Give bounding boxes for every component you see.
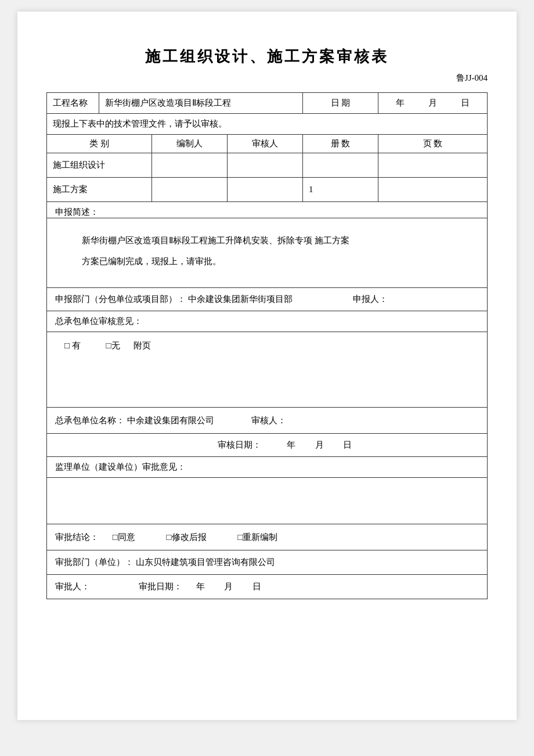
report-dept-row: 申报部门（分包单位或项目部）： 中余建设集团新华街项目部 申报人：	[47, 288, 488, 311]
date-fields: 年 月 日	[378, 93, 488, 114]
general-reviewer-label: 审核人：	[251, 416, 286, 425]
column-header-row: 类 别 编制人 审核人 册 数 页 数	[47, 135, 488, 153]
row1-label: 施工组织设计	[47, 153, 152, 178]
approval-conclusion-cell: 审批结论： □同意 □修改后报 □重新编制	[47, 524, 488, 550]
description-content: 新华街棚户区改造项目Ⅱ标段工程施工升降机安装、拆除专项 施工方案 方案已编制完成…	[47, 218, 488, 288]
attachment-label: 附页	[134, 341, 151, 350]
approver-label: 审批人：	[55, 582, 90, 591]
general-unit-row: 总承包单位名称： 中余建设集团有限公司 审核人：	[47, 408, 488, 434]
approver-cell: 审批人： 审批日期： 年 月 日	[47, 575, 488, 599]
row1-editor	[152, 153, 228, 178]
supervision-content-row	[47, 478, 488, 524]
notice-row: 现报上下表中的技术管理文件，请予以审核。	[47, 114, 488, 135]
approver-row: 审批人： 审批日期： 年 月 日	[47, 575, 488, 599]
review-month-label: 月	[315, 440, 324, 449]
approval-revise-label: □修改后报	[167, 532, 207, 542]
description-text: 新华街棚户区改造项目Ⅱ标段工程施工升降机安装、拆除专项 施工方案 方案已编制完成…	[82, 230, 452, 272]
main-table: 工程名称 新华街棚户区改造项目Ⅱ标段工程 日 期 年 月 日 现报上下表中的技术…	[46, 92, 488, 599]
approval-redo-label: □重新编制	[237, 532, 277, 542]
approval-day-label: 日	[252, 582, 261, 591]
review-date-cell: 审核日期： 年 月 日	[47, 434, 488, 457]
approval-dept-value: 山东贝特建筑项目管理咨询有限公司	[136, 557, 275, 567]
has-label: □ 有	[64, 341, 81, 350]
col-pages: 页 数	[378, 135, 488, 153]
general-unit-value: 中余建设集团有限公司	[127, 416, 214, 425]
approval-dept-row: 审批部门（单位）： 山东贝特建筑项目管理咨询有限公司	[47, 550, 488, 575]
report-dept-value: 中余建设集团新华街项目部	[188, 294, 293, 304]
row2-reviewer	[228, 178, 303, 202]
project-name: 新华街棚户区改造项目Ⅱ标段工程	[99, 93, 303, 114]
description-header-row: 申报简述：	[47, 202, 488, 218]
date-label: 日 期	[303, 93, 378, 114]
report-dept-cell: 申报部门（分包单位或项目部）： 中余建设集团新华街项目部 申报人：	[47, 288, 488, 311]
page-container: 施工组织设计、施工方案审核表 鲁JJ-004 工程名称 新华街棚户区改造项目Ⅱ标…	[17, 12, 517, 720]
no-label: □无	[106, 341, 120, 350]
review-year-label: 年	[287, 440, 295, 449]
approval-conclusion-label: 审批结论：	[55, 532, 99, 542]
row1-reviewer	[228, 153, 303, 178]
reporter-label: 申报人：	[353, 294, 388, 304]
approval-month-label: 月	[224, 582, 233, 591]
attachment-cell: □ 有 □无 附页	[47, 332, 488, 408]
description-label: 申报简述：	[47, 202, 488, 218]
approval-dept-label: 审批部门（单位）：	[55, 557, 134, 567]
approval-year-label: 年	[196, 582, 205, 591]
review-date-label: 审核日期：	[218, 440, 261, 449]
month-label: 月	[428, 98, 437, 109]
general-unit-cell: 总承包单位名称： 中余建设集团有限公司 审核人：	[47, 408, 488, 434]
approval-dept-cell: 审批部门（单位）： 山东贝特建筑项目管理咨询有限公司	[47, 550, 488, 575]
construction-org-row: 施工组织设计	[47, 153, 488, 178]
project-row: 工程名称 新华街棚户区改造项目Ⅱ标段工程 日 期 年 月 日	[47, 93, 488, 114]
row2-editor	[152, 178, 228, 202]
row2-volumes: 1	[303, 178, 378, 202]
day-label: 日	[461, 98, 470, 109]
construction-plan-row: 施工方案 1	[47, 178, 488, 202]
year-label: 年	[396, 98, 405, 109]
general-unit-label: 总承包单位名称：	[55, 416, 125, 425]
description-content-row: 新华街棚户区改造项目Ⅱ标段工程施工升降机安装、拆除专项 施工方案 方案已编制完成…	[47, 218, 488, 288]
attachment-row: □ 有 □无 附页	[47, 332, 488, 408]
report-dept-label: 申报部门（分包单位或项目部）：	[55, 294, 186, 304]
col-editor: 编制人	[152, 135, 228, 153]
notice-text: 现报上下表中的技术管理文件，请予以审核。	[47, 114, 488, 135]
col-reviewer: 审核人	[228, 135, 303, 153]
row2-pages	[378, 178, 488, 202]
review-day-label: 日	[343, 440, 352, 449]
general-review-label: 总承包单位审核意见：	[47, 311, 488, 332]
supervision-label: 监理单位（建设单位）审批意见：	[47, 457, 488, 478]
review-date-row: 审核日期： 年 月 日	[47, 434, 488, 457]
row1-pages	[378, 153, 488, 178]
row2-label: 施工方案	[47, 178, 152, 202]
row1-volumes	[303, 153, 378, 178]
approval-agree-label: □同意	[113, 532, 135, 542]
approval-date-label: 审批日期：	[139, 582, 182, 591]
page-title: 施工组织设计、施工方案审核表	[46, 46, 488, 67]
supervision-review-header-row: 监理单位（建设单位）审批意见：	[47, 457, 488, 478]
general-review-header-row: 总承包单位审核意见：	[47, 311, 488, 332]
approval-conclusion-row: 审批结论： □同意 □修改后报 □重新编制	[47, 524, 488, 550]
project-label: 工程名称	[47, 93, 99, 114]
col-category: 类 别	[47, 135, 152, 153]
col-volumes: 册 数	[303, 135, 378, 153]
supervision-content	[47, 478, 488, 524]
doc-number: 鲁JJ-004	[46, 73, 488, 84]
